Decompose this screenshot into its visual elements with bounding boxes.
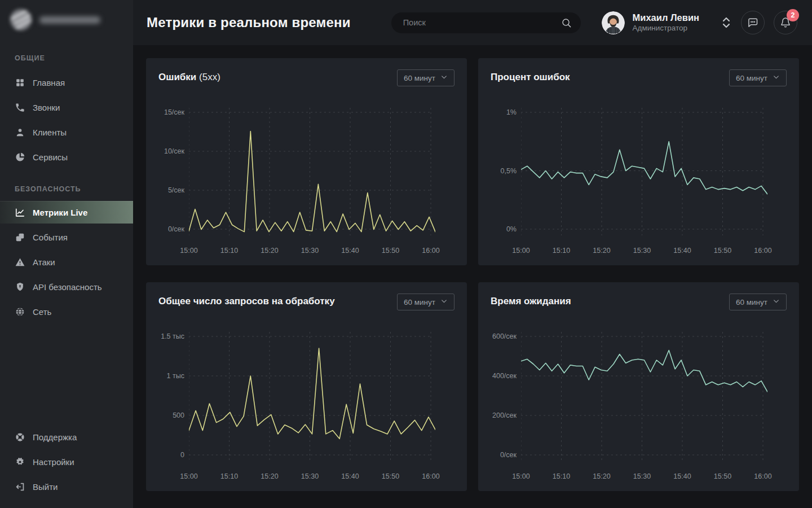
sidebar-item-label: Атаки: [33, 257, 55, 267]
notifications-button[interactable]: 2: [774, 11, 797, 34]
y-axis-tick-label: 500: [157, 411, 184, 420]
panel-title: Ошибки (5xx): [158, 72, 220, 83]
x-axis-tick-label: 15:00: [172, 472, 206, 480]
y-axis-tick-label: 1.5 тыс: [157, 332, 184, 341]
sidebar-item-home[interactable]: Главная: [0, 70, 133, 95]
y-axis-tick-label: 600/сек: [489, 332, 517, 341]
user-name: Михаил Левин: [633, 12, 699, 24]
sidebar-item-attacks[interactable]: Атаки: [0, 249, 133, 274]
phone-icon: [15, 102, 25, 113]
avatar[interactable]: [602, 11, 625, 34]
chart-total-requests: 1.5 тыс1 тыс500015:0015:1015:2015:3015:4…: [157, 322, 435, 485]
nav-section-security: БЕЗОПАСНОСТЬ: [0, 185, 133, 193]
y-axis-tick-label: 1 тыс: [157, 371, 184, 380]
sidebar-item-label: Выйти: [33, 482, 58, 492]
y-axis-tick-label: 0/сек: [489, 450, 517, 459]
time-range-dropdown[interactable]: 60 минут: [397, 294, 454, 310]
chart-line-icon: [15, 207, 25, 218]
x-axis-tick-label: 15:40: [333, 472, 367, 480]
y-axis-tick-label: 5/сек: [157, 186, 184, 195]
search-input[interactable]: [391, 12, 581, 33]
chat-bubble-icon: [747, 21, 758, 30]
sidebar-item-label: Клиенты: [33, 128, 67, 137]
sidebar-item-services[interactable]: Сервисы: [0, 144, 133, 169]
logout-icon: [15, 481, 25, 492]
x-axis-tick-label: 15:10: [545, 247, 579, 255]
x-axis-tick-label: 15:10: [545, 472, 579, 480]
panel-total-requests: Общее число запросов на обработку 60 мин…: [146, 282, 467, 491]
x-axis-tick-label: 15:40: [665, 472, 699, 480]
panel-errors-5xx: Ошибки (5xx) 60 минут 15/сек10/сек5/сек0…: [146, 58, 467, 265]
x-axis-tick-label: 15:50: [374, 247, 408, 255]
messages-button[interactable]: [741, 11, 765, 34]
x-axis-tick-label: 15:30: [293, 247, 327, 255]
sidebar-item-metrics-live[interactable]: Метрики Live: [0, 201, 133, 224]
grid-icon: [15, 77, 25, 88]
sidebar-item-clients[interactable]: Клиенты: [0, 120, 133, 144]
sidebar-footer: Поддержка Настройки Выйти: [0, 424, 133, 508]
panel-title: Время ожидания: [491, 296, 571, 307]
nav-section-general: ОБЩИЕ: [0, 54, 133, 62]
shield-icon: [15, 282, 25, 292]
sidebar-item-calls[interactable]: Звонки: [0, 95, 133, 120]
chevron-down-icon: [440, 297, 448, 306]
panel-wait-time: Время ожидания 60 минут 600/сек400/сек20…: [478, 282, 799, 491]
page-title: Метрики в реальном времени: [147, 15, 351, 30]
x-axis-tick-label: 16:00: [746, 472, 780, 480]
y-axis-tick-label: 200/сек: [489, 411, 517, 420]
search: [391, 12, 581, 33]
sidebar-item-api-security[interactable]: API безопасность: [0, 274, 133, 299]
x-axis-tick-label: 15:10: [213, 472, 246, 480]
unfold-chevrons-icon[interactable]: [721, 15, 732, 30]
sidebar-item-label: Звонки: [33, 103, 60, 112]
x-axis-tick-label: 15:50: [706, 472, 740, 480]
app-logo-mark-icon: [10, 9, 32, 30]
chart-error-rate: 1%0,5%0%15:0015:1015:2015:3015:4015:5016…: [489, 98, 767, 260]
chevron-down-icon: [773, 73, 780, 82]
sidebar-item-support[interactable]: Поддержка: [0, 424, 133, 449]
time-range-dropdown[interactable]: 60 минут: [397, 69, 454, 86]
topbar: Метрики в реальном времени: [133, 0, 812, 45]
notification-badge: 2: [787, 9, 799, 21]
y-axis-tick-label: 0%: [489, 225, 517, 234]
sidebar-item-label: События: [33, 233, 68, 242]
user-role: Администратор: [633, 24, 699, 33]
lifebuoy-icon: [15, 432, 25, 443]
layers-icon: [15, 232, 25, 243]
user-cluster: Михаил Левин Администратор 2: [602, 11, 797, 34]
sidebar-item-settings[interactable]: Настройки: [0, 449, 133, 474]
y-axis-tick-label: 0,5%: [489, 167, 517, 176]
sidebar-item-logout[interactable]: Выйти: [0, 474, 133, 499]
user-meta: Михаил Левин Администратор: [633, 12, 699, 33]
search-icon: [561, 17, 572, 28]
user-icon: [15, 127, 25, 138]
y-axis-tick-label: 15/сек: [157, 108, 184, 117]
y-axis-tick-label: 0/сек: [157, 225, 184, 234]
sidebar-item-label: Сеть: [33, 307, 51, 317]
bell-icon: [780, 21, 791, 30]
sidebar-item-events[interactable]: События: [0, 225, 133, 249]
y-axis-tick-label: 0: [157, 450, 184, 459]
x-axis-tick-label: 16:00: [414, 472, 448, 480]
panel-error-rate: Процент ошибок 60 минут 1%0,5%0%15:0015:…: [478, 58, 799, 265]
sidebar-item-network[interactable]: Сеть: [0, 299, 133, 324]
x-axis-tick-label: 15:40: [333, 247, 367, 255]
time-range-dropdown[interactable]: 60 минут: [729, 294, 787, 310]
x-axis-tick-label: 15:00: [504, 472, 538, 480]
x-axis-tick-label: 15:50: [374, 472, 408, 480]
app-shell: ОБЩИЕ Главная Звонки Клиенты Сервисы: [0, 0, 812, 508]
x-axis-tick-label: 15:50: [706, 247, 740, 255]
gear-icon: [15, 457, 25, 467]
x-axis-tick-label: 15:00: [172, 247, 206, 255]
sidebar: ОБЩИЕ Главная Звонки Клиенты Сервисы: [0, 0, 133, 508]
chevron-down-icon: [773, 297, 780, 306]
time-range-dropdown[interactable]: 60 минут: [729, 69, 787, 86]
sidebar-item-label: Сервисы: [33, 152, 68, 162]
x-axis-tick-label: 15:10: [213, 247, 246, 255]
x-axis-tick-label: 15:20: [253, 472, 286, 480]
sidebar-item-label: Настройки: [33, 457, 74, 467]
y-axis-tick-label: 1%: [489, 108, 517, 117]
x-axis-tick-label: 16:00: [414, 247, 448, 255]
y-axis-tick-label: 10/сек: [157, 147, 184, 156]
panel-title: Общее число запросов на обработку: [158, 296, 335, 307]
